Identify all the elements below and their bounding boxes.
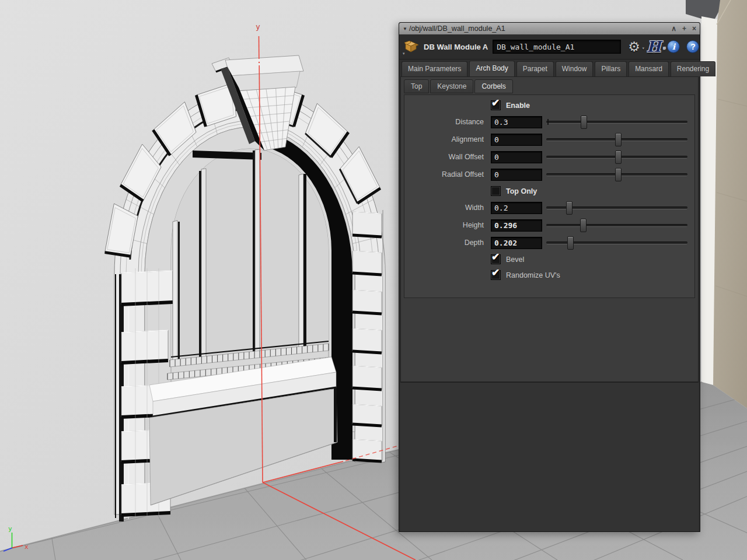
- info-icon[interactable]: i: [667, 40, 680, 53]
- slider-distance[interactable]: [546, 115, 689, 129]
- checkmark-icon: ✔: [491, 251, 500, 263]
- param-row-enable: ✔Enable: [404, 97, 694, 113]
- main-tab-bar: Main ParametersArch BodyParapetWindowPil…: [402, 60, 699, 76]
- slider-width[interactable]: [546, 201, 689, 215]
- panel-path-title: /obj/wall/DB_wall_module_A1: [409, 24, 505, 33]
- param-row-distance: Distance0.3: [404, 113, 694, 131]
- param-label-radial-offset: Radial Offset: [404, 170, 491, 178]
- checkbox-label-enable: Enable: [506, 102, 530, 110]
- param-row-depth: Depth0.202: [404, 234, 694, 251]
- value-field-wall-offset[interactable]: 0: [491, 151, 542, 163]
- houdini-logo-icon[interactable]: H ▾: [647, 40, 661, 54]
- checkmark-icon: ✔: [491, 97, 500, 109]
- slider-handle[interactable]: [615, 150, 622, 164]
- slider-height[interactable]: [546, 218, 689, 232]
- gear-menu-arrow-icon[interactable]: ▾: [642, 42, 644, 55]
- param-row-wall-offset: Wall Offset0: [404, 148, 694, 166]
- checkbox-randomize-uv-s[interactable]: ✔: [491, 270, 501, 280]
- checkbox-enable[interactable]: ✔: [491, 100, 501, 110]
- sub-tab-bar: TopKeystoneCorbels: [404, 79, 514, 93]
- tab-mansard[interactable]: Mansard: [629, 61, 669, 76]
- slider-handle[interactable]: [566, 201, 573, 215]
- param-row-height: Height0.296: [404, 216, 694, 234]
- param-row-randomize-uv-s: ✔Randomize UV's: [404, 267, 694, 283]
- tab-arch-body[interactable]: Arch Body: [469, 61, 514, 76]
- slider-handle[interactable]: [615, 168, 622, 181]
- subtab-keystone[interactable]: Keystone: [430, 79, 473, 93]
- tab-parapet[interactable]: Parapet: [516, 61, 554, 76]
- slider-handle[interactable]: [580, 219, 587, 232]
- slider-wall-offset[interactable]: [546, 150, 689, 164]
- panel-titlebar[interactable]: ▼ /obj/wall/DB_wall_module_A1 ∧ + ×: [399, 23, 700, 34]
- slider-radial-offset[interactable]: [546, 167, 689, 181]
- param-row-bevel: ✔Bevel: [404, 251, 694, 267]
- slider-default-tick: [547, 119, 549, 125]
- param-label-distance: Distance: [404, 118, 491, 126]
- gizmo-x-label: x: [25, 543, 29, 551]
- help-icon[interactable]: ?: [686, 40, 699, 53]
- param-label-wall-offset: Wall Offset: [404, 153, 491, 161]
- arch-body-page: TopKeystoneCorbels ✔EnableDistance0.3Ali…: [400, 76, 699, 382]
- checkmark-icon: ✔: [491, 267, 500, 279]
- slider-alignment[interactable]: [546, 132, 689, 146]
- value-field-depth[interactable]: 0.202: [491, 237, 542, 249]
- checkbox-label-top-only: Top Only: [506, 187, 537, 195]
- param-row-width: Width0.2: [404, 199, 694, 216]
- tab-main-parameters[interactable]: Main Parameters: [402, 61, 467, 76]
- tab-rendering[interactable]: Rendering: [671, 61, 715, 76]
- gizmo-y-label: y: [8, 525, 12, 533]
- checkbox-bevel[interactable]: ✔: [491, 254, 501, 264]
- tab-window[interactable]: Window: [556, 61, 594, 76]
- param-row-radial-offset: Radial Offset0: [404, 166, 694, 183]
- subtab-top[interactable]: Top: [404, 79, 429, 93]
- slider-handle[interactable]: [615, 133, 622, 146]
- parameter-panel: ▼ /obj/wall/DB_wall_module_A1 ∧ + × ▾ DB…: [399, 22, 700, 532]
- node-menu-arrow-icon[interactable]: ▾: [403, 51, 405, 56]
- node-type-label: DB Wall Module A: [424, 43, 488, 51]
- slider-depth[interactable]: [546, 236, 689, 250]
- param-label-height: Height: [404, 221, 491, 229]
- checkbox-label-randomize-uv-s: Randomize UV's: [506, 271, 560, 279]
- collapse-arrow-icon[interactable]: ▼: [403, 26, 407, 32]
- param-row-alignment: Alignment0: [404, 131, 694, 148]
- slider-handle[interactable]: [581, 116, 587, 129]
- param-label-width: Width: [404, 204, 491, 212]
- value-field-height[interactable]: 0.296: [491, 219, 542, 232]
- param-row-top-only: Top Only: [404, 183, 694, 199]
- corbels-parameter-group: ✔EnableDistance0.3Alignment0Wall Offset0…: [404, 94, 695, 298]
- value-field-radial-offset[interactable]: 0: [491, 169, 542, 181]
- checkbox-label-bevel: Bevel: [506, 256, 524, 264]
- slider-track[interactable]: [546, 224, 687, 227]
- panel-empty-area: [400, 382, 699, 531]
- param-label-depth: Depth: [404, 239, 491, 247]
- node-header: ▾ DB Wall Module A DB_wall_module_A1 ⚙ ▾…: [399, 34, 700, 60]
- value-field-width[interactable]: 0.2: [491, 202, 542, 214]
- slider-track[interactable]: [546, 121, 687, 124]
- detach-button[interactable]: +: [682, 23, 686, 34]
- gear-icon[interactable]: ⚙ ▾: [628, 40, 640, 53]
- slider-handle[interactable]: [567, 236, 574, 250]
- param-label-alignment: Alignment: [404, 135, 491, 144]
- close-button[interactable]: ×: [692, 23, 696, 34]
- checkbox-top-only[interactable]: [491, 186, 501, 196]
- concrete-wall: [713, 0, 747, 408]
- node-name-input[interactable]: DB_wall_module_A1: [493, 40, 621, 54]
- axis-y-label: y: [256, 22, 260, 31]
- minimize-button[interactable]: ∧: [671, 23, 676, 34]
- houdini-workspace: y y x ▼ /obj/wall/DB_wall_module_A1 ∧ + …: [0, 0, 747, 560]
- node-type-icon[interactable]: ▾: [404, 40, 419, 54]
- subtab-corbels[interactable]: Corbels: [474, 79, 512, 93]
- value-field-alignment[interactable]: 0: [491, 134, 542, 146]
- houdini-menu-arrow-icon[interactable]: ▾: [663, 41, 665, 55]
- tab-pillars[interactable]: Pillars: [595, 61, 627, 76]
- value-field-distance[interactable]: 0.3: [491, 116, 542, 128]
